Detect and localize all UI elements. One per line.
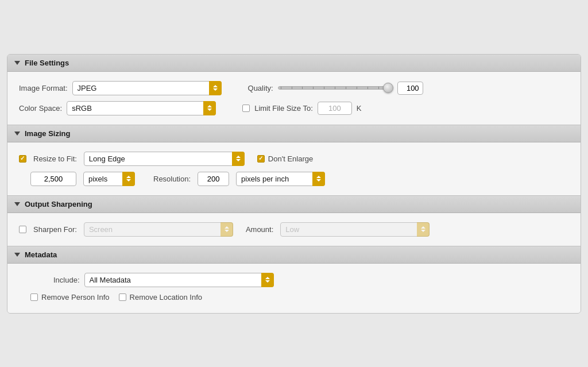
output-sharpening-section: Output Sharpening Sharpen For: Screen Ma… bbox=[7, 196, 581, 246]
metadata-include-row: Include: All Metadata Copyright Only bbox=[19, 273, 569, 287]
image-sizing-header: Image Sizing bbox=[7, 125, 581, 142]
tick bbox=[302, 87, 303, 89]
pixels-unit-select-wrapper: pixels inches cm bbox=[83, 172, 135, 186]
dont-enlarge-checkbox[interactable] bbox=[257, 155, 265, 163]
sizing-row-resize: Resize to Fit: Long Edge Short Edge Widt… bbox=[19, 152, 569, 166]
resolution-unit-select-wrapper: pixels per inch pixels per cm bbox=[236, 172, 325, 186]
color-space-group: Color Space: sRGB AdobeRGB bbox=[19, 101, 216, 115]
amount-select-wrapper: Low Standard High bbox=[280, 222, 430, 237]
resolution-value-input[interactable]: 200 bbox=[198, 172, 229, 186]
tick bbox=[346, 87, 346, 89]
image-format-label: Image Format: bbox=[19, 84, 68, 92]
resize-to-fit-checkbox[interactable] bbox=[19, 155, 26, 163]
image-format-group: Image Format: JPEG PNG TIFF bbox=[19, 81, 222, 95]
include-select[interactable]: All Metadata Copyright Only bbox=[84, 273, 274, 287]
tick bbox=[313, 87, 314, 89]
sharpen-for-select-wrapper: Screen Matte Paper Glossy Paper bbox=[84, 222, 233, 237]
file-settings-header: File Settings bbox=[7, 55, 581, 72]
image-format-select-wrapper: JPEG PNG TIFF bbox=[72, 81, 222, 95]
amount-select[interactable]: Low Standard High bbox=[280, 222, 430, 237]
file-settings-title: File Settings bbox=[25, 59, 69, 67]
sharpen-for-label: Sharpen For: bbox=[33, 225, 77, 234]
metadata-header: Metadata bbox=[7, 246, 581, 264]
dont-enlarge-label: Don't Enlarge bbox=[268, 154, 313, 163]
quality-input[interactable]: 100 bbox=[397, 82, 423, 95]
tick bbox=[324, 87, 324, 89]
metadata-body: Include: All Metadata Copyright Only Rem… bbox=[7, 264, 581, 313]
tick bbox=[335, 87, 335, 89]
metadata-section: Metadata Include: All Metadata Copyright… bbox=[7, 246, 581, 313]
file-row-colorspace-limit: Color Space: sRGB AdobeRGB L bbox=[19, 101, 569, 115]
image-format-select[interactable]: JPEG PNG TIFF bbox=[72, 81, 222, 95]
quality-group: Quality: bbox=[248, 82, 423, 95]
tick bbox=[378, 87, 379, 89]
tick bbox=[281, 87, 281, 89]
pixels-value-input[interactable]: 2,500 bbox=[30, 172, 76, 186]
resolution-unit-select[interactable]: pixels per inch pixels per cm bbox=[236, 172, 325, 186]
remove-person-info-label: Remove Person Info bbox=[41, 293, 110, 302]
include-label: Include: bbox=[53, 276, 80, 284]
metadata-title: Metadata bbox=[25, 250, 57, 259]
color-space-select[interactable]: sRGB AdobeRGB bbox=[67, 101, 216, 115]
dont-enlarge-group: Don't Enlarge bbox=[257, 154, 313, 163]
image-sizing-section: Image Sizing Resize to Fit: Long Edge Sh… bbox=[7, 125, 581, 196]
remove-person-info-checkbox[interactable] bbox=[30, 293, 38, 301]
metadata-collapse-icon[interactable] bbox=[14, 253, 20, 257]
output-sharpening-body: Sharpen For: Screen Matte Paper Glossy P… bbox=[7, 213, 581, 246]
tick bbox=[368, 87, 368, 89]
limit-file-size-group: Limit File Size To: 100 K bbox=[242, 102, 361, 115]
limit-file-size-unit: K bbox=[357, 104, 362, 113]
limit-file-size-input[interactable]: 100 bbox=[318, 102, 352, 115]
metadata-options-row: Remove Person Info Remove Location Info bbox=[19, 293, 569, 302]
limit-file-size-checkbox[interactable] bbox=[242, 105, 250, 112]
resize-to-fit-select-wrapper: Long Edge Short Edge Width Height bbox=[84, 152, 245, 166]
resize-to-fit-select[interactable]: Long Edge Short Edge Width Height bbox=[84, 152, 245, 166]
color-space-label: Color Space: bbox=[19, 104, 62, 113]
tick bbox=[357, 87, 357, 89]
quality-label: Quality: bbox=[248, 84, 273, 92]
settings-panel: File Settings Image Format: JPEG PNG TIF… bbox=[7, 54, 581, 314]
resolution-label: Resolution: bbox=[153, 175, 191, 183]
sizing-row-dimensions: 2,500 pixels inches cm Resolution: 200 bbox=[19, 172, 569, 186]
file-settings-collapse-icon[interactable] bbox=[14, 61, 20, 65]
output-sharpening-title: Output Sharpening bbox=[25, 200, 92, 208]
image-sizing-title: Image Sizing bbox=[25, 129, 70, 138]
color-space-select-wrapper: sRGB AdobeRGB bbox=[67, 101, 216, 115]
remove-location-info-checkbox[interactable] bbox=[119, 293, 126, 301]
output-sharpening-collapse-icon[interactable] bbox=[14, 202, 20, 206]
remove-location-info-label: Remove Location Info bbox=[130, 293, 202, 302]
amount-label: Amount: bbox=[246, 225, 273, 234]
resize-to-fit-label: Resize to Fit: bbox=[33, 154, 77, 163]
pixels-unit-select[interactable]: pixels inches cm bbox=[83, 172, 135, 186]
quality-slider-track[interactable] bbox=[278, 86, 393, 90]
quality-slider-thumb[interactable] bbox=[383, 83, 393, 93]
output-sharpening-header: Output Sharpening bbox=[7, 196, 581, 213]
file-row-format-quality: Image Format: JPEG PNG TIFF bbox=[19, 81, 569, 95]
remove-person-info-group: Remove Person Info bbox=[30, 293, 110, 302]
image-sizing-collapse-icon[interactable] bbox=[14, 132, 20, 136]
sharpening-row: Sharpen For: Screen Matte Paper Glossy P… bbox=[19, 222, 569, 237]
sharpen-for-select[interactable]: Screen Matte Paper Glossy Paper bbox=[84, 222, 233, 237]
remove-location-info-group: Remove Location Info bbox=[119, 293, 202, 302]
limit-file-size-label: Limit File Size To: bbox=[254, 104, 313, 113]
file-settings-body: Image Format: JPEG PNG TIFF bbox=[7, 72, 581, 125]
include-select-wrapper: All Metadata Copyright Only bbox=[84, 273, 274, 287]
file-settings-section: File Settings Image Format: JPEG PNG TIF… bbox=[7, 55, 581, 125]
tick bbox=[292, 87, 292, 89]
image-sizing-body: Resize to Fit: Long Edge Short Edge Widt… bbox=[7, 142, 581, 196]
sharpen-for-checkbox[interactable] bbox=[19, 226, 26, 233]
